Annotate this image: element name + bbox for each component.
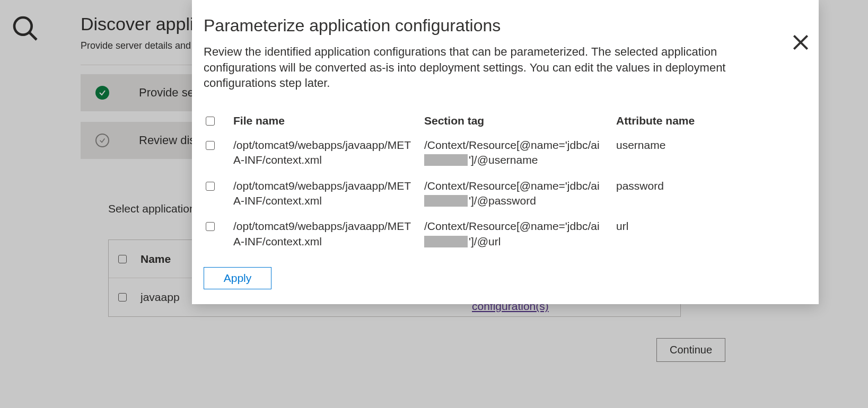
- modal-title: Parameterize application configurations: [204, 16, 805, 36]
- row-checkbox[interactable]: [206, 182, 215, 191]
- file-name-cell: /opt/tomcat9/webapps/javaapp/META-INF/co…: [233, 138, 424, 168]
- checkmark-circle-icon: [95, 86, 109, 100]
- select-all-checkbox[interactable]: [206, 117, 215, 126]
- apply-button[interactable]: Apply: [204, 267, 271, 289]
- step-label: Provide se: [139, 86, 194, 100]
- modal-description: Review the identified application config…: [204, 44, 776, 91]
- attribute-name-cell: password: [616, 179, 805, 193]
- continue-button: Continue: [656, 338, 725, 362]
- redacted-text: [424, 195, 468, 207]
- parameterize-modal: Parameterize application configurations …: [192, 0, 819, 304]
- file-name-cell: /opt/tomcat9/webapps/javaapp/META-INF/co…: [233, 179, 424, 209]
- row-checkbox[interactable]: [206, 141, 215, 150]
- checkmark-outline-icon: [95, 134, 109, 147]
- svg-line-1: [29, 32, 37, 40]
- svg-point-0: [14, 17, 32, 35]
- close-icon: [791, 32, 811, 52]
- column-header-section: Section tag: [424, 113, 616, 127]
- attribute-name-cell: username: [616, 138, 805, 153]
- step-label: Review dis: [139, 134, 195, 147]
- redacted-text: [424, 236, 468, 247]
- configurations-table: File name Section tag Attribute name /op…: [204, 113, 805, 249]
- section-tag-cell: /Context/Resource[@name='jdbc/ai']/@url: [424, 219, 616, 249]
- column-header-file: File name: [233, 113, 424, 127]
- select-all-checkbox: [118, 255, 127, 263]
- page-subtitle: Provide server details and run: [81, 40, 207, 51]
- row-checkbox: [118, 293, 127, 301]
- section-tag-cell: /Context/Resource[@name='jdbc/ai']/@pass…: [424, 179, 616, 209]
- section-tag-cell: /Context/Resource[@name='jdbc/ai']/@user…: [424, 138, 616, 168]
- app-name: javaapp: [141, 291, 180, 304]
- close-button[interactable]: [787, 29, 814, 56]
- redacted-text: [424, 154, 468, 166]
- column-header-attribute: Attribute name: [616, 113, 805, 127]
- search-icon: [11, 14, 40, 43]
- column-header-name: Name: [141, 253, 171, 265]
- file-name-cell: /opt/tomcat9/webapps/javaapp/META-INF/co…: [233, 219, 424, 249]
- select-apps-label: Select applications: [108, 202, 201, 215]
- row-checkbox[interactable]: [206, 222, 215, 231]
- attribute-name-cell: url: [616, 219, 805, 234]
